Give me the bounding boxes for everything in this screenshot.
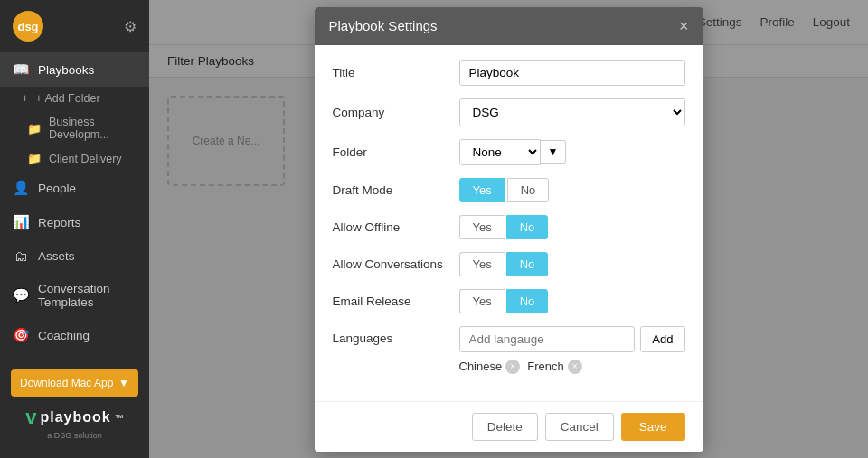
conversation-templates-icon: 💬 (13, 287, 29, 304)
title-input[interactable] (459, 60, 685, 86)
allow-conversations-row: Allow Conversations Yes No (333, 252, 685, 276)
people-icon: 👤 (13, 180, 29, 196)
company-label: Company (333, 106, 459, 119)
playbook-settings-modal: Playbook Settings × Title Company DSG (315, 7, 703, 452)
company-row: Company DSG (333, 98, 685, 126)
email-release-yes-button[interactable]: Yes (459, 289, 505, 313)
draft-mode-toggle: Yes No (459, 178, 685, 202)
modal-header: Playbook Settings × (315, 7, 703, 45)
sidebar-item-label: People (38, 182, 76, 195)
language-tag-chinese: Chinese × (459, 360, 521, 374)
delete-button[interactable]: Delete (472, 413, 538, 441)
app-logo: dsg (13, 11, 43, 42)
allow-offline-no-button[interactable]: No (506, 215, 549, 239)
modal-title: Playbook Settings (329, 18, 438, 33)
draft-mode-toggle-group: Yes No (459, 178, 685, 202)
languages-label: Languages (333, 326, 459, 345)
sidebar-item-conversation-templates[interactable]: 💬 Conversation Templates (0, 273, 149, 318)
sidebar-item-playbooks[interactable]: 📖 Playbooks (0, 52, 149, 87)
sidebar-item-people[interactable]: 👤 People (0, 171, 149, 205)
sidebar-nav: 📖 Playbooks + + Add Folder 📁 Business De… (0, 52, 149, 359)
draft-mode-yes-button[interactable]: Yes (459, 178, 505, 202)
allow-conversations-label: Allow Conversations (333, 257, 459, 271)
allow-offline-yes-button[interactable]: Yes (459, 215, 505, 239)
brand-logo-area: v playbook ™ a DSG solution (11, 397, 138, 447)
add-folder-label: + Add Folder (35, 92, 99, 105)
brand-sub-text: a DSG solution (47, 431, 102, 440)
folder-select-wrapper: None ▼ (459, 139, 685, 165)
languages-row: Languages Add Chinese × Fren (333, 326, 685, 374)
sidebar-header: dsg ⚙ (0, 0, 149, 52)
draft-mode-no-button[interactable]: No (507, 178, 550, 202)
sidebar-bottom: Download Mac App ▼ v playbook ™ a DSG so… (0, 359, 149, 458)
modal-close-button[interactable]: × (679, 18, 689, 34)
gear-icon[interactable]: ⚙ (124, 18, 137, 35)
language-tag-chinese-remove[interactable]: × (505, 360, 520, 374)
download-mac-app-button[interactable]: Download Mac App ▼ (11, 369, 138, 397)
folder-label: Business Developm... (49, 116, 137, 141)
language-tag-chinese-label: Chinese (459, 360, 503, 373)
language-input[interactable] (459, 326, 636, 352)
sidebar-item-coaching[interactable]: 🎯 Coaching (0, 318, 149, 352)
folder-label: Client Delivery (49, 153, 122, 165)
allow-conversations-yes-button[interactable]: Yes (459, 252, 505, 276)
sidebar-item-label: Conversation Templates (38, 282, 137, 309)
allow-offline-row: Allow Offline Yes No (333, 215, 685, 239)
title-label: Title (333, 66, 459, 79)
folder-dropdown[interactable]: None (459, 139, 541, 165)
coaching-icon: 🎯 (13, 327, 29, 343)
v-icon: v (25, 406, 36, 429)
email-release-row: Email Release Yes No (333, 289, 685, 313)
modal-body: Title Company DSG Folder (315, 45, 703, 401)
folder-icon: 📁 (27, 122, 42, 136)
folder-icon: 📁 (27, 152, 42, 165)
brand-tm: ™ (115, 413, 124, 423)
language-input-row: Add (459, 326, 685, 352)
language-tag-french-remove[interactable]: × (568, 360, 582, 374)
allow-conversations-toggle: Yes No (459, 252, 685, 276)
draft-mode-label: Draft Mode (333, 183, 459, 197)
modal-footer: Delete Cancel Save (315, 401, 703, 452)
download-btn-label: Download Mac App (20, 377, 113, 389)
main-content: User Guide Settings Profile Logout Filte… (149, 0, 868, 458)
email-release-label: Email Release (333, 294, 459, 308)
save-button[interactable]: Save (621, 413, 685, 441)
sidebar-item-label: Reports (38, 216, 80, 229)
title-row: Title (333, 60, 685, 86)
allow-offline-label: Allow Offline (333, 220, 459, 234)
sidebar-item-label: Playbooks (38, 63, 94, 77)
modal-overlay: Playbook Settings × Title Company DSG (149, 0, 868, 458)
allow-conversations-toggle-group: Yes No (459, 252, 685, 276)
folder-row: Folder None ▼ (333, 139, 685, 165)
company-select-wrapper: DSG (459, 98, 685, 126)
folder-business-dev[interactable]: 📁 Business Developm... (0, 110, 149, 146)
folder-dropdown-arrow[interactable]: ▼ (541, 140, 567, 164)
allow-conversations-no-button[interactable]: No (506, 252, 549, 276)
allow-offline-toggle: Yes No (459, 215, 685, 239)
allow-offline-toggle-group: Yes No (459, 215, 685, 239)
sidebar: dsg ⚙ 📖 Playbooks + + Add Folder 📁 Busin… (0, 0, 149, 458)
playbooks-icon: 📖 (13, 61, 29, 78)
folder-label: Folder (333, 145, 459, 159)
add-folder-icon: + (22, 92, 28, 105)
languages-section: Add Chinese × French × (459, 326, 685, 374)
language-tag-french: French × (527, 360, 581, 374)
assets-icon: 🗂 (13, 248, 29, 264)
add-folder-button[interactable]: + + Add Folder (0, 87, 149, 110)
sidebar-item-label: Coaching (38, 329, 90, 342)
cancel-button[interactable]: Cancel (545, 413, 614, 441)
playbook-brand-text: playbook (41, 409, 111, 425)
language-tag-french-label: French (527, 360, 563, 373)
sidebar-item-assets[interactable]: 🗂 Assets (0, 239, 149, 273)
email-release-no-button[interactable]: No (506, 289, 549, 313)
sidebar-item-label: Assets (38, 249, 75, 263)
draft-mode-row: Draft Mode Yes No (333, 178, 685, 202)
reports-icon: 📊 (13, 214, 29, 230)
language-tags: Chinese × French × (459, 360, 685, 374)
company-select[interactable]: DSG (459, 98, 685, 126)
language-add-button[interactable]: Add (640, 326, 684, 352)
email-release-toggle: Yes No (459, 289, 685, 313)
title-input-wrapper (459, 60, 685, 86)
sidebar-item-reports[interactable]: 📊 Reports (0, 205, 149, 239)
folder-client-delivery[interactable]: 📁 Client Delivery (0, 146, 149, 171)
